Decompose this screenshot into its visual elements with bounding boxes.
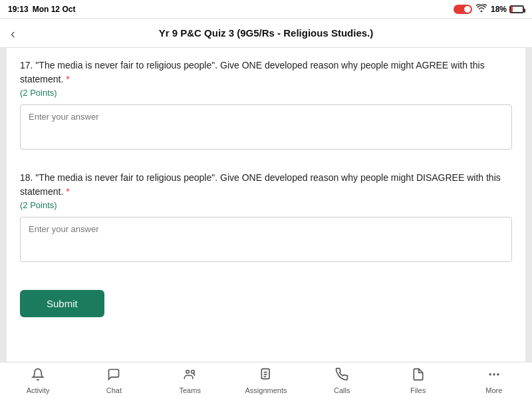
question-block-17: 17. "The media is never fair to religiou… bbox=[20, 59, 512, 152]
date: Mon 12 Oct bbox=[33, 5, 76, 14]
main-content[interactable]: 17. "The media is never fair to religiou… bbox=[0, 48, 532, 362]
back-button[interactable]: ‹ bbox=[11, 24, 21, 43]
nav-item-calls[interactable]: Calls bbox=[304, 364, 380, 398]
question-17-number: 17. bbox=[20, 60, 33, 70]
nav-calls-label: Calls bbox=[334, 386, 350, 394]
question-17-required: * bbox=[66, 74, 69, 84]
question-17-text: 17. "The media is never fair to religiou… bbox=[20, 59, 512, 86]
status-bar: 19:13 Mon 12 Oct 18% bbox=[0, 0, 532, 19]
submit-button[interactable]: Submit bbox=[20, 290, 104, 317]
nav-assignments-label: Assignments bbox=[245, 386, 287, 394]
question-18-input[interactable] bbox=[20, 217, 512, 262]
time: 19:13 bbox=[8, 5, 29, 14]
nav-item-more[interactable]: More bbox=[456, 364, 532, 398]
question-17-points: (2 Points) bbox=[20, 88, 512, 98]
svg-point-6 bbox=[489, 373, 491, 375]
svg-point-8 bbox=[497, 373, 499, 375]
question-18-required: * bbox=[66, 186, 69, 197]
question-18-points: (2 Points) bbox=[20, 200, 512, 210]
teams-icon bbox=[183, 368, 198, 384]
page-title: Yr 9 P&C Quiz 3 (9G5/Rs - Religious Stud… bbox=[159, 27, 374, 39]
toggle-icon bbox=[454, 5, 472, 14]
svg-point-7 bbox=[493, 373, 495, 375]
files-icon bbox=[412, 368, 425, 384]
question-18-number: 18. bbox=[20, 172, 33, 183]
content-inner: 17. "The media is never fair to religiou… bbox=[7, 48, 525, 362]
question-17-input[interactable] bbox=[20, 104, 512, 150]
battery-indicator: 18% bbox=[491, 5, 524, 14]
nav-item-teams[interactable]: Teams bbox=[152, 364, 228, 398]
nav-files-label: Files bbox=[410, 386, 426, 394]
svg-point-0 bbox=[186, 370, 189, 373]
nav-item-assignments[interactable]: Assignments bbox=[228, 364, 304, 398]
battery-percent: 18% bbox=[491, 5, 507, 14]
nav-item-activity[interactable]: Activity bbox=[0, 364, 76, 398]
header: ‹ Yr 9 P&C Quiz 3 (9G5/Rs - Religious St… bbox=[0, 19, 532, 48]
nav-item-files[interactable]: Files bbox=[380, 364, 456, 398]
question-18-body: "The media is never fair to religious pe… bbox=[20, 172, 501, 197]
question-17-body: "The media is never fair to religious pe… bbox=[20, 60, 485, 84]
nav-activity-label: Activity bbox=[27, 386, 50, 394]
chat-icon bbox=[107, 368, 120, 384]
nav-more-label: More bbox=[485, 386, 502, 394]
activity-icon bbox=[31, 368, 45, 384]
nav-chat-label: Chat bbox=[106, 386, 122, 394]
more-icon bbox=[487, 368, 501, 384]
calls-icon bbox=[335, 368, 348, 384]
wifi-icon bbox=[476, 4, 487, 14]
status-left: 19:13 Mon 12 Oct bbox=[8, 5, 75, 14]
assignments-icon bbox=[259, 368, 273, 384]
status-right: 18% bbox=[454, 4, 524, 14]
question-18-text: 18. "The media is never fair to religiou… bbox=[20, 171, 512, 199]
bottom-nav: Activity Chat Teams bbox=[0, 362, 532, 399]
nav-item-chat[interactable]: Chat bbox=[76, 364, 152, 398]
question-block-18: 18. "The media is never fair to religiou… bbox=[20, 171, 512, 265]
nav-teams-label: Teams bbox=[180, 386, 201, 394]
